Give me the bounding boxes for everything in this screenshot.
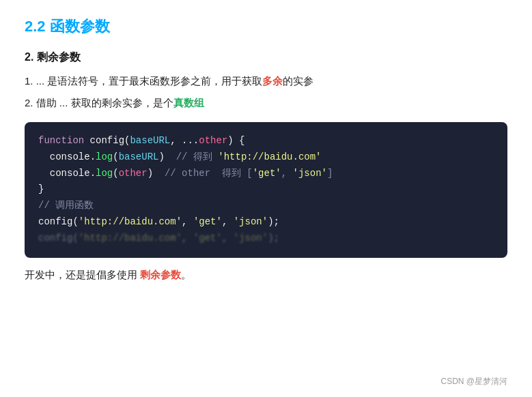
code-line-5: // 调用函数 [38,198,494,214]
list-item-1-text-before: 1. ... 是语法符号，置于最末函数形参之前，用于获取 [25,75,262,87]
code-line-3: console.log(other) // other 得到 ['get', '… [38,166,494,182]
bottom-text: 开发中，还是提倡多使用 剩余参数。 [25,269,507,282]
code-line-1: function config(baseURL, ...other) { [38,133,494,149]
code-line-2: console.log(baseURL) // 得到 'http://baidu… [38,149,494,166]
list-item-2-text-before: 2. 借助 ... 获取的剩余实参，是个 [25,97,173,108]
content-list: 1. ... 是语法符号，置于最末函数形参之前，用于获取多余的实参 2. 借助 … [25,73,507,111]
list-item-2: 2. 借助 ... 获取的剩余实参，是个真数组 [25,95,507,111]
code-line-4: } [38,181,494,198]
page-title: 2.2 函数参数 [25,16,507,37]
bottom-text-before: 开发中，还是提倡多使用 [25,269,140,280]
bottom-text-after: 。 [181,269,191,280]
list-item-1-text-after: 的实参 [283,75,313,87]
footer-text: CSDN @星梦清河 [440,376,507,387]
bottom-highlight: 剩余参数 [140,269,181,280]
page-container: 2.2 函数参数 2. 剩余参数 1. ... 是语法符号，置于最末函数形参之前… [0,0,532,397]
code-line-7: config('http://baidu.com', 'get', 'json'… [38,231,494,247]
list-item-1-highlight: 多余 [262,75,283,87]
code-block: function config(baseURL, ...other) { con… [25,122,507,258]
list-item-1: 1. ... 是语法符号，置于最末函数形参之前，用于获取多余的实参 [25,73,507,89]
code-line-6: config('http://baidu.com', 'get', 'json'… [38,214,494,231]
list-item-2-highlight: 真数组 [173,97,204,108]
section-title: 2. 剩余参数 [25,50,507,65]
